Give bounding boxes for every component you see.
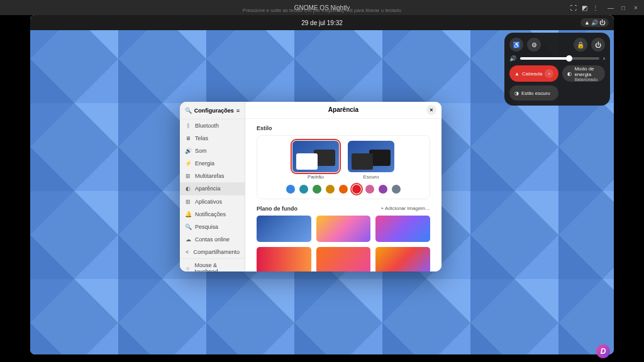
settings-window: 🔍 Configurações ≡ ᛒBluetooth🖥Telas🔊Som⚡E… [180,102,441,272]
sidebar-item-label: Aparência [195,185,221,192]
accent-color[interactable] [299,185,308,194]
fullscreen-icon[interactable]: ⛶ [570,4,577,11]
sidebar-item-label: Aplicativos [195,199,222,205]
sidebar-item-telas[interactable]: 🖥Telas [180,132,245,145]
sidebar-item-icon: ☁ [185,236,191,243]
add-image-button[interactable]: + Adicionar imagem… [381,206,430,211]
style-option-default[interactable]: Padrão [292,141,339,180]
background-thumbnail[interactable] [316,247,371,272]
accent-color[interactable] [313,185,321,194]
sidebar-item-aparência[interactable]: ◐Aparência [180,182,245,195]
sidebar-item-multitarefas[interactable]: ⊞Multitarefas [180,170,245,182]
sidebar-items: ᛒBluetooth🖥Telas🔊Som⚡Energia⊞Multitarefa… [180,119,245,272]
sidebar-item-icon: < [185,249,189,255]
network-label: Cabeada [522,71,542,77]
sidebar-item-icon: 🔊 [185,148,191,154]
accent-color-row [286,185,401,194]
sidebar-item-som[interactable]: 🔊Som [180,145,245,157]
background-thumbnail[interactable] [375,216,430,242]
sidebar-item-icon: ◐ [185,185,191,192]
background-thumbnail[interactable] [257,216,311,242]
background-thumbnail[interactable] [316,216,371,242]
power-menu-icon[interactable]: ⏻ [591,38,605,52]
screenshot-icon[interactable]: ◩ [582,4,587,11]
sidebar-item-label: Som [195,148,207,154]
sidebar-item-icon: ○ [185,265,191,272]
style-heading: Estilo [257,125,430,131]
background-grid [257,216,430,272]
vm-subtitle: Pressione e solte as teclas Ctrl [de esq… [243,8,401,13]
accent-color[interactable] [286,185,295,194]
volume-slider[interactable] [520,57,599,60]
power-mode-icon: ◐ [567,71,572,77]
sidebar-item-label: Energia [195,160,214,167]
accent-color[interactable] [392,185,401,194]
sidebar-item-icon: ⊞ [185,199,191,205]
maximize-button[interactable]: □ [619,3,628,12]
sidebar-item-bluetooth[interactable]: ᛒBluetooth [180,119,245,132]
background-thumbnail[interactable] [375,247,430,272]
background-heading: Plano de fundo [257,206,297,212]
accent-color[interactable] [339,185,348,194]
sidebar-item-notificações[interactable]: 🔔Notificações [180,208,245,221]
power-mode-pill[interactable]: ◐ Modo de energia Balanceado [562,65,605,82]
chevron-right-icon[interactable]: › [603,55,605,62]
volume-slider-thumb[interactable] [566,55,572,62]
wired-icon: ▲ [514,71,519,77]
style-thumb-dark [348,141,394,172]
sidebar-item-pesquisa[interactable]: 🔍Pesquisa [180,221,245,233]
accent-color[interactable] [365,185,374,194]
content-header: Aparência × [245,102,441,119]
sidebar-item-label: Notificações [195,211,226,217]
sidebar-item-label: Mouse & touchpad [195,262,240,272]
watermark-logo: D [596,344,610,358]
minimize-button[interactable]: — [606,3,615,12]
sidebar-item-contas-online[interactable]: ☁Contas online [180,233,245,246]
lock-icon[interactable]: 🔒 [574,38,587,52]
hamburger-icon[interactable]: ≡ [236,107,240,114]
search-icon[interactable]: 🔍 [185,107,192,114]
sidebar-item-mouse-&-touchpad[interactable]: ○Mouse & touchpad [180,258,245,272]
style-option-dark[interactable]: Escuro [348,141,394,180]
settings-gear-icon[interactable]: ⚙ [527,38,541,52]
settings-sidebar: 🔍 Configurações ≡ ᛒBluetooth🖥Telas🔊Som⚡E… [180,102,245,272]
sidebar-item-label: Telas [195,135,208,141]
sidebar-item-icon: 🖥 [185,135,191,141]
sidebar-item-icon: ᛒ [185,123,191,129]
style-card: Padrão Escuro [257,135,430,199]
style-label-dark: Escuro [364,174,379,180]
close-button[interactable]: × [631,3,640,12]
sidebar-item-label: Contas online [195,236,230,243]
accent-color[interactable] [379,185,387,194]
sidebar-item-icon: 🔔 [185,211,191,217]
system-tray[interactable]: ▲ 🔊 ⏻ [580,18,609,27]
sidebar-item-icon: ⊞ [185,173,191,179]
menu-icon[interactable]: ⋮ [592,4,599,11]
sidebar-item-energia[interactable]: ⚡Energia [180,157,245,170]
chevron-right-icon[interactable]: › [545,69,553,78]
accent-color[interactable] [352,185,361,194]
network-pill[interactable]: ▲ Cabeada › [509,65,558,82]
power-icon: ⏻ [599,19,605,26]
vm-titlebar: GNOME OS Nightly Pressione e solte as te… [0,0,644,15]
sidebar-item-label: Compartilhamento [193,249,240,255]
sidebar-item-aplicativos[interactable]: ⊞Aplicativos [180,195,245,208]
style-label-default: Padrão [308,174,324,180]
volume-icon: 🔊 [591,19,598,26]
close-window-button[interactable]: × [426,105,436,115]
sidebar-item-icon: 🔍 [185,224,191,230]
sidebar-item-compartilhamento[interactable]: <Compartilhamento [180,246,245,258]
accent-color[interactable] [326,185,335,194]
dark-style-label: Estilo escuro [521,90,550,96]
volume-slider-icon: 🔊 [509,55,516,62]
power-mode-sub: Balanceado [574,77,600,82]
dark-style-pill[interactable]: ◑ Estilo escuro [509,85,558,101]
sidebar-item-label: Multitarefas [195,173,225,179]
accessibility-icon[interactable]: ♿ [509,38,523,52]
sidebar-item-icon: ⚡ [185,160,191,167]
desktop: 29 de jul 19:32 ▲ 🔊 ⏻ ♿ ⚙ 🔒 ⏻ 🔊 [30,15,614,354]
background-thumbnail[interactable] [257,247,311,272]
network-icon: ▲ [584,19,590,26]
power-mode-label: Modo de energia [574,66,594,77]
clock[interactable]: 29 de jul 19:32 [301,19,343,26]
